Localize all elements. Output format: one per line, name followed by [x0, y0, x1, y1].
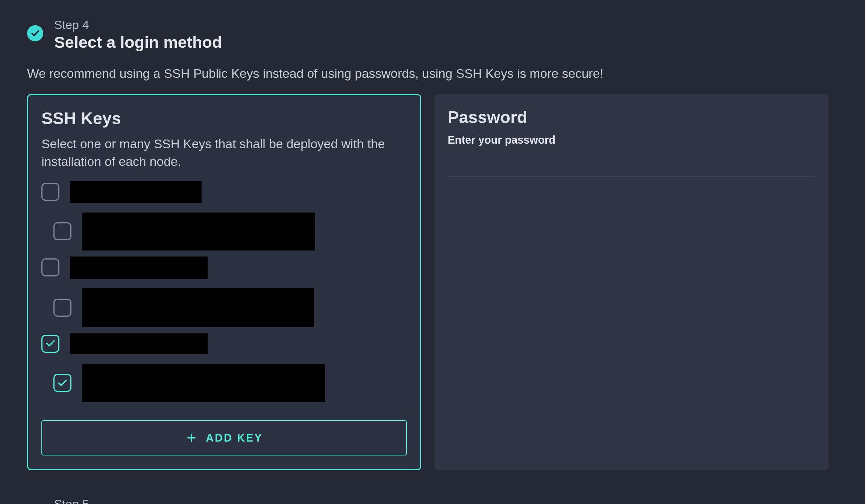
ssh-key-checkbox[interactable] [53, 222, 71, 240]
step-label: Step 4 [54, 18, 222, 32]
ssh-key-checkbox[interactable] [41, 335, 59, 353]
add-key-label: ADD KEY [206, 432, 263, 444]
next-step-label: Step 5 [54, 497, 865, 504]
step-description: We recommend using a SSH Public Keys ins… [27, 67, 865, 81]
ssh-key-item [41, 288, 407, 326]
plus-icon [185, 432, 197, 444]
password-panel-title: Password [448, 108, 815, 127]
password-panel[interactable]: Password Enter your password [434, 94, 829, 470]
add-key-button[interactable]: ADD KEY [41, 420, 407, 456]
redacted-key-name [70, 257, 208, 279]
ssh-key-checkbox[interactable] [41, 258, 59, 276]
ssh-panel-title: SSH Keys [41, 109, 407, 128]
redacted-key-fingerprint [82, 213, 315, 250]
redacted-key-fingerprint [82, 364, 325, 402]
ssh-key-checkbox[interactable] [41, 183, 59, 201]
ssh-keys-panel[interactable]: SSH Keys Select one or many SSH Keys tha… [27, 94, 421, 470]
ssh-key-item [41, 333, 407, 355]
panels-container: SSH Keys Select one or many SSH Keys tha… [27, 94, 865, 470]
ssh-key-item [41, 364, 407, 402]
ssh-key-checkbox[interactable] [53, 299, 71, 317]
ssh-key-item [41, 257, 407, 279]
ssh-key-item [41, 213, 407, 250]
password-label: Enter your password [448, 134, 815, 146]
ssh-panel-description: Select one or many SSH Keys that shall b… [41, 135, 407, 170]
ssh-key-list [41, 181, 407, 402]
step-header: Step 4 Select a login method [27, 18, 865, 52]
ssh-key-item [41, 181, 407, 203]
redacted-key-name [70, 181, 202, 203]
password-input[interactable] [448, 159, 815, 176]
ssh-key-checkbox[interactable] [53, 374, 71, 392]
check-circle-icon [27, 25, 43, 41]
redacted-key-fingerprint [82, 288, 314, 326]
redacted-key-name [70, 333, 208, 355]
step-title: Select a login method [54, 33, 222, 52]
